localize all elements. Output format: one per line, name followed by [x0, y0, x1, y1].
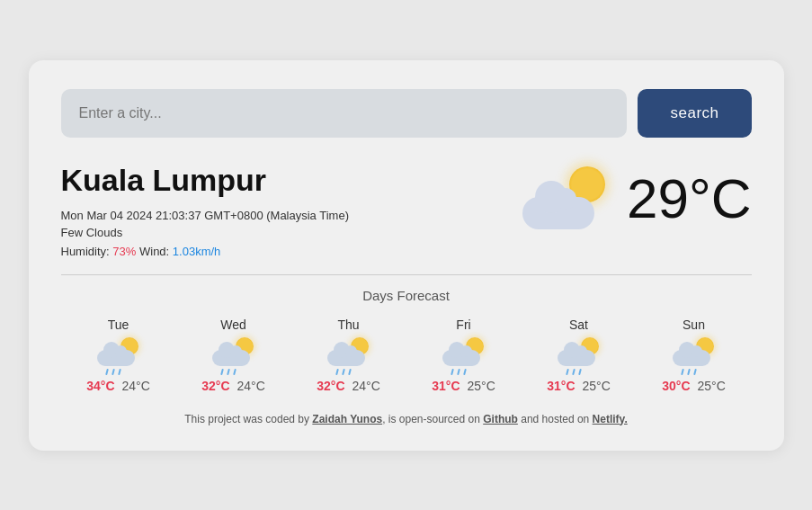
- forecast-temps: 31°C 25°C: [432, 379, 495, 393]
- wind-label: Wind:: [139, 245, 169, 258]
- current-weather: Kuala Lumpur Mon Mar 04 2024 21:03:37 GM…: [61, 163, 752, 258]
- forecast-day: Sat 31°C 25°C: [547, 318, 611, 393]
- forecast-temps: 34°C 24°C: [86, 379, 150, 393]
- forecast-low: 24°C: [122, 379, 150, 393]
- day-label: Fri: [456, 318, 470, 332]
- forecast-temps: 32°C 24°C: [317, 379, 380, 393]
- forecast-rain-icon: [106, 369, 120, 375]
- city-info: Kuala Lumpur Mon Mar 04 2024 21:03:37 GM…: [61, 163, 522, 258]
- humidity-label: Humidity:: [61, 245, 110, 258]
- forecast-icon: [441, 336, 487, 375]
- forecast-temps: 32°C 24°C: [201, 379, 265, 393]
- forecast-cloud-icon: [327, 350, 365, 366]
- forecast-temps: 30°C 25°C: [662, 379, 726, 393]
- forecast-day: Thu 32°C 24°C: [317, 318, 380, 393]
- footer-text-after: and hosted on: [518, 413, 593, 425]
- github-link[interactable]: Github: [483, 413, 518, 425]
- netlify-link[interactable]: Netlify.: [593, 413, 628, 425]
- forecast-temps: 31°C 25°C: [547, 379, 611, 393]
- forecast-low: 25°C: [698, 379, 726, 393]
- forecast-cloud-icon: [212, 350, 250, 366]
- weather-card: search Kuala Lumpur Mon Mar 04 2024 21:0…: [29, 60, 784, 451]
- author-link[interactable]: Zaidah Yunos: [312, 413, 382, 425]
- forecast-low: 24°C: [237, 379, 265, 393]
- search-button[interactable]: search: [638, 89, 751, 138]
- day-label: Sat: [569, 318, 588, 332]
- forecast-icon: [95, 336, 142, 375]
- cloud-icon: [522, 197, 594, 229]
- temperature-display: 29°C: [627, 171, 752, 227]
- forecast-low: 25°C: [583, 379, 611, 393]
- search-row: search: [61, 89, 752, 138]
- forecast-low: 25°C: [468, 379, 495, 393]
- forecast-rain-icon: [221, 369, 236, 375]
- datetime: Mon Mar 04 2024 21:03:37 GMT+0800 (Malay…: [61, 209, 522, 222]
- forecast-icon: [556, 336, 602, 375]
- forecast-icon: [210, 336, 257, 375]
- forecast-day: Tue 34°C 24°C: [86, 318, 150, 393]
- forecast-cloud-icon: [97, 350, 135, 366]
- forecast-high: 31°C: [547, 379, 575, 393]
- forecast-rain-icon: [336, 369, 351, 375]
- forecast-high: 32°C: [317, 379, 344, 393]
- weather-icon: [522, 163, 612, 235]
- day-label: Wed: [220, 318, 246, 332]
- footer: This project was coded by Zaidah Yunos, …: [61, 413, 752, 425]
- forecast-rain-icon: [682, 369, 696, 375]
- forecast-high: 32°C: [201, 379, 229, 393]
- forecast-low: 24°C: [352, 379, 380, 393]
- humidity-value: 73%: [112, 245, 136, 258]
- forecast-rain-icon: [451, 369, 466, 375]
- footer-text-before: This project was coded by: [184, 413, 312, 425]
- day-label: Tue: [108, 318, 129, 332]
- forecast-high: 34°C: [86, 379, 114, 393]
- forecast-day: Wed 32°C 24°C: [201, 318, 265, 393]
- forecast-cloud-icon: [673, 350, 710, 366]
- forecast-day: Sun 30°C 25°C: [662, 318, 726, 393]
- forecast-rain-icon: [567, 369, 581, 375]
- day-label: Thu: [337, 318, 359, 332]
- forecast-high: 30°C: [662, 379, 690, 393]
- forecast-icon: [671, 336, 718, 375]
- forecast-icon: [326, 336, 372, 375]
- forecast-row: Tue 34°C 24°C Wed: [61, 318, 752, 393]
- forecast-cloud-icon: [442, 350, 480, 366]
- weather-icon-temp: 29°C: [522, 163, 752, 235]
- city-name: Kuala Lumpur: [61, 163, 522, 198]
- forecast-cloud-icon: [558, 350, 595, 366]
- forecast-title: Days Forecast: [61, 288, 752, 303]
- footer-text-middle: , is open-sourced on: [382, 413, 483, 425]
- humidity-wind: Humidity: 73% Wind: 1.03km/h: [61, 245, 522, 258]
- day-label: Sun: [683, 318, 705, 332]
- weather-condition: Few Clouds: [61, 226, 522, 239]
- city-search-input[interactable]: [61, 89, 628, 138]
- divider: [61, 274, 752, 275]
- wind-value: 1.03km/h: [173, 245, 220, 258]
- forecast-day: Fri 31°C 25°C: [432, 318, 495, 393]
- forecast-high: 31°C: [432, 379, 460, 393]
